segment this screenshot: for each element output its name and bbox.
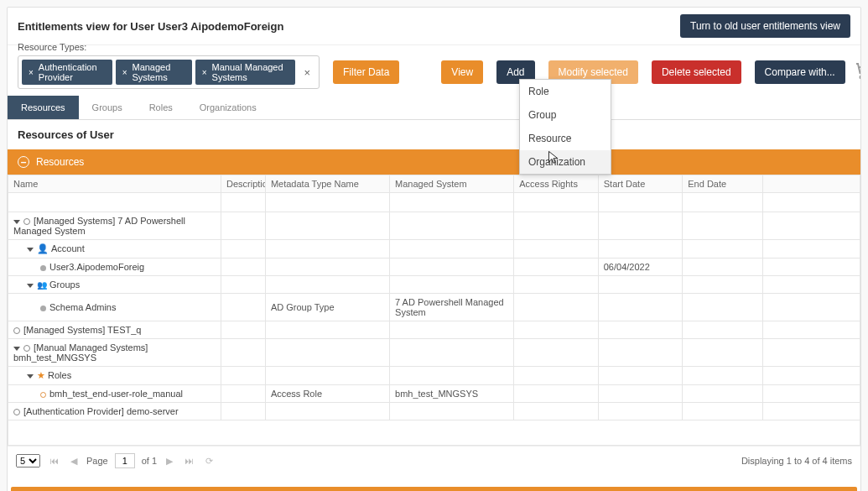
row-name-label: Account xyxy=(51,243,85,253)
pager-next-icon[interactable]: ▶ xyxy=(164,456,175,467)
row-name-label: [Managed Systems] 7 AD Powershell Manage… xyxy=(13,216,185,236)
close-icon[interactable]: × xyxy=(122,68,127,77)
tab-roles[interactable]: Roles xyxy=(136,96,186,119)
pager-page-input[interactable] xyxy=(115,453,135,468)
dot-icon xyxy=(40,265,46,271)
pager: 5 ⏮ ◀ Page of 1 ▶ ⏭ ⟳ Displaying 1 to 4 … xyxy=(8,446,860,475)
pager-summary: Displaying 1 to 4 of 4 items xyxy=(741,456,852,466)
table-row[interactable]: [Manual Managed Systems] bmh_test_MNGSYS xyxy=(8,339,860,367)
resource-types-tagbox[interactable]: ×Authentication Provider ×Managed System… xyxy=(18,55,320,89)
clear-tags-icon[interactable]: × xyxy=(297,66,317,79)
tab-organizations[interactable]: Organizations xyxy=(186,96,270,119)
filter-data-button[interactable]: Filter Data xyxy=(333,60,399,84)
radio-icon[interactable] xyxy=(23,218,30,225)
tab-resources[interactable]: Resources xyxy=(8,96,79,119)
table-row[interactable]: bmh_test_end-user-role_manualAccess Role… xyxy=(8,385,860,403)
add-menu-resource[interactable]: Resource xyxy=(520,127,611,150)
view-button[interactable]: View xyxy=(441,60,483,84)
col-name[interactable]: Name xyxy=(8,175,221,193)
compare-with-button[interactable]: Compare with... xyxy=(755,60,845,84)
filter-name-input[interactable] xyxy=(10,195,219,210)
user-icon: 👤 xyxy=(37,243,49,253)
close-icon[interactable]: × xyxy=(202,68,207,77)
row-name-label: [Authentication Provider] demo-server xyxy=(23,406,179,416)
radio-small-icon xyxy=(40,392,46,398)
col-metadata-type[interactable]: Metadata Type Name xyxy=(265,175,389,193)
radio-icon[interactable] xyxy=(13,327,20,334)
row-name-label: User3.AipodemoForeig xyxy=(49,262,144,272)
collapse-icon[interactable]: – xyxy=(18,156,29,168)
expander-open-icon[interactable] xyxy=(27,374,34,379)
star-icon: ★ xyxy=(37,370,45,380)
table-row[interactable]: Schema AdminsAD Group Type7 AD Powershel… xyxy=(8,294,860,321)
row-name-label: [Managed Systems] TEST_q xyxy=(23,325,141,335)
tag-manual-managed-systems[interactable]: ×Manual Managed Systems xyxy=(195,60,296,85)
table-row[interactable]: User3.AipodemoForeig06/04/2022 xyxy=(8,259,860,276)
table-row[interactable]: [Managed Systems] TEST_q xyxy=(8,321,860,339)
group-icon: 👥 xyxy=(37,280,47,290)
switch-view-button[interactable]: Turn to old user entitlements view xyxy=(680,14,850,38)
table-row[interactable]: [Managed Systems] 7 AD Powershell Manage… xyxy=(8,212,860,240)
col-managed-system[interactable]: Managed System xyxy=(390,175,514,193)
tag-auth-provider[interactable]: ×Authentication Provider xyxy=(22,60,112,85)
page-size-select[interactable]: 5 xyxy=(16,454,40,467)
row-name-label: Schema Admins xyxy=(49,302,116,312)
add-dropdown: Role Group Resource Organization xyxy=(519,79,611,175)
pager-prev-icon[interactable]: ◀ xyxy=(68,456,80,467)
col-actions xyxy=(762,175,860,193)
close-icon[interactable]: × xyxy=(29,68,34,77)
col-description[interactable]: Description xyxy=(221,175,265,193)
expander-open-icon[interactable] xyxy=(27,284,34,288)
delete-selected-button[interactable]: Delete selected xyxy=(652,60,741,84)
table-row[interactable]: 👥 Groups xyxy=(8,276,860,294)
table-row[interactable]: ★ Roles xyxy=(8,367,860,385)
band-resources[interactable]: – Resources xyxy=(8,149,860,175)
add-menu-organization[interactable]: Organization xyxy=(520,150,611,174)
cart-icon[interactable]: 0 xyxy=(854,60,861,84)
row-name-label: Groups xyxy=(49,279,80,290)
pager-first-icon[interactable]: ⏮ xyxy=(47,456,61,466)
radio-icon[interactable] xyxy=(23,345,30,352)
section-title: Resources of User xyxy=(8,120,860,149)
tab-groups[interactable]: Groups xyxy=(79,96,136,119)
pager-last-icon[interactable]: ⏭ xyxy=(182,456,196,466)
col-start-date[interactable]: Start Date xyxy=(598,175,683,193)
table-row[interactable]: 👤Account xyxy=(8,240,860,259)
svg-point-0 xyxy=(860,76,861,79)
row-name-label: Roles xyxy=(48,370,71,380)
expander-open-icon[interactable] xyxy=(13,220,20,224)
dot-icon xyxy=(40,306,46,311)
band-resources-label: Resources xyxy=(36,156,84,168)
table-row[interactable]: [Authentication Provider] demo-server xyxy=(8,403,860,420)
add-menu-group[interactable]: Group xyxy=(520,103,611,127)
tabs: Resources Groups Roles Organizations xyxy=(8,96,860,120)
add-menu-role[interactable]: Role xyxy=(520,80,611,103)
pager-page-label: Page xyxy=(86,456,108,466)
col-end-date[interactable]: End Date xyxy=(683,175,762,193)
tag-managed-systems[interactable]: ×Managed Systems xyxy=(116,60,192,85)
pager-refresh-icon[interactable]: ⟳ xyxy=(203,456,216,467)
page-title: Entitlements view for User User3 Aipodem… xyxy=(18,20,283,33)
expander-open-icon[interactable] xyxy=(13,347,20,351)
expander-open-icon[interactable] xyxy=(27,248,34,252)
radio-icon[interactable] xyxy=(13,409,20,415)
row-name-label: bmh_test_end-user-role_manual xyxy=(49,389,183,399)
band-roles-no-access[interactable]: + Roles which don't grant any access xyxy=(11,487,857,491)
resources-grid: Name Description Metadata Type Name Mana… xyxy=(8,175,860,446)
resource-types-label: Resource Types: xyxy=(18,42,86,52)
col-access-rights[interactable]: Access Rights xyxy=(514,175,599,193)
pager-of-label: of 1 xyxy=(142,456,157,466)
row-name-label: [Manual Managed Systems] bmh_test_MNGSYS xyxy=(13,342,148,363)
